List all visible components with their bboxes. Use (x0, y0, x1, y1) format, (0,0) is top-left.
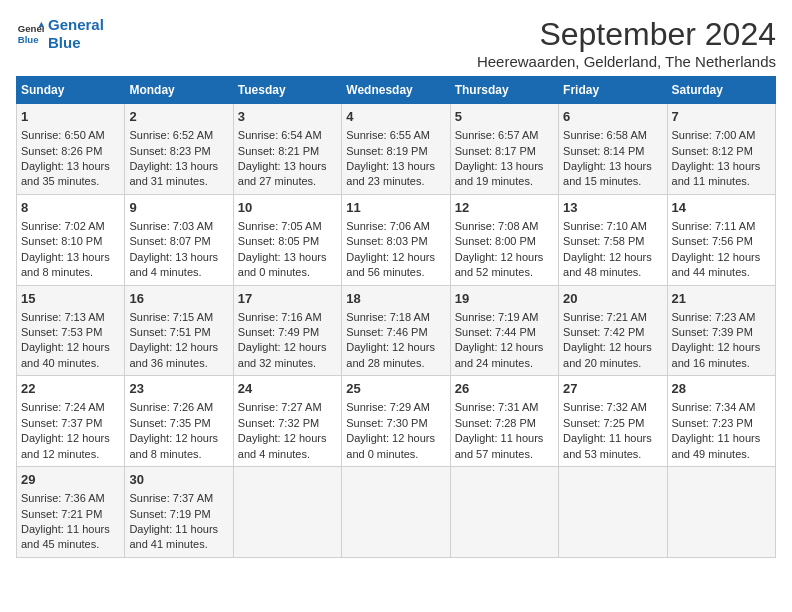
day-info: Sunset: 7:58 PM (563, 234, 662, 249)
day-info: and 45 minutes. (21, 537, 120, 552)
day-info: and 41 minutes. (129, 537, 228, 552)
day-info: Sunset: 8:07 PM (129, 234, 228, 249)
day-info: and 12 minutes. (21, 447, 120, 462)
day-number: 18 (346, 290, 445, 308)
day-info: Sunrise: 7:21 AM (563, 310, 662, 325)
day-info: Sunrise: 6:58 AM (563, 128, 662, 143)
day-info: and 4 minutes. (129, 265, 228, 280)
calendar-week-2: 8Sunrise: 7:02 AMSunset: 8:10 PMDaylight… (17, 194, 776, 285)
day-info: Daylight: 12 hours (238, 431, 337, 446)
day-info: Sunset: 7:21 PM (21, 507, 120, 522)
day-info: Sunset: 7:44 PM (455, 325, 554, 340)
day-number: 16 (129, 290, 228, 308)
calendar-cell: 15Sunrise: 7:13 AMSunset: 7:53 PMDayligh… (17, 285, 125, 376)
calendar-cell: 5Sunrise: 6:57 AMSunset: 8:17 PMDaylight… (450, 104, 558, 195)
day-info: and 19 minutes. (455, 174, 554, 189)
day-info: and 23 minutes. (346, 174, 445, 189)
day-info: and 0 minutes. (346, 447, 445, 462)
calendar-cell: 30Sunrise: 7:37 AMSunset: 7:19 PMDayligh… (125, 467, 233, 558)
day-info: and 52 minutes. (455, 265, 554, 280)
logo: General Blue General Blue (16, 16, 104, 52)
weekday-header-monday: Monday (125, 77, 233, 104)
calendar-cell (233, 467, 341, 558)
calendar-cell: 27Sunrise: 7:32 AMSunset: 7:25 PMDayligh… (559, 376, 667, 467)
calendar-cell (559, 467, 667, 558)
calendar-cell: 29Sunrise: 7:36 AMSunset: 7:21 PMDayligh… (17, 467, 125, 558)
day-info: Sunset: 8:00 PM (455, 234, 554, 249)
day-info: Daylight: 13 hours (129, 159, 228, 174)
logo-line2: Blue (48, 34, 81, 51)
calendar-subtitle: Heerewaarden, Gelderland, The Netherland… (477, 53, 776, 70)
day-info: Sunset: 8:14 PM (563, 144, 662, 159)
day-number: 5 (455, 108, 554, 126)
day-info: Sunset: 8:17 PM (455, 144, 554, 159)
day-number: 19 (455, 290, 554, 308)
calendar-cell: 1Sunrise: 6:50 AMSunset: 8:26 PMDaylight… (17, 104, 125, 195)
day-info: Daylight: 11 hours (21, 522, 120, 537)
weekday-header-saturday: Saturday (667, 77, 775, 104)
day-info: and 28 minutes. (346, 356, 445, 371)
day-info: and 15 minutes. (563, 174, 662, 189)
day-info: Sunrise: 7:27 AM (238, 400, 337, 415)
day-info: and 11 minutes. (672, 174, 771, 189)
calendar-cell: 25Sunrise: 7:29 AMSunset: 7:30 PMDayligh… (342, 376, 450, 467)
day-info: Sunrise: 6:52 AM (129, 128, 228, 143)
day-number: 1 (21, 108, 120, 126)
page-header: General Blue General Blue September 2024… (16, 16, 776, 70)
weekday-header-thursday: Thursday (450, 77, 558, 104)
weekday-header-wednesday: Wednesday (342, 77, 450, 104)
day-info: and 20 minutes. (563, 356, 662, 371)
day-info: Sunset: 8:23 PM (129, 144, 228, 159)
calendar-cell: 21Sunrise: 7:23 AMSunset: 7:39 PMDayligh… (667, 285, 775, 376)
day-info: Sunset: 8:10 PM (21, 234, 120, 249)
day-info: Daylight: 12 hours (129, 340, 228, 355)
day-info: Sunrise: 7:36 AM (21, 491, 120, 506)
day-number: 9 (129, 199, 228, 217)
day-number: 28 (672, 380, 771, 398)
day-info: Sunset: 7:25 PM (563, 416, 662, 431)
title-block: September 2024 Heerewaarden, Gelderland,… (477, 16, 776, 70)
day-info: Daylight: 13 hours (346, 159, 445, 174)
day-number: 6 (563, 108, 662, 126)
day-info: Sunset: 7:35 PM (129, 416, 228, 431)
day-info: Sunset: 7:28 PM (455, 416, 554, 431)
day-info: Sunset: 7:30 PM (346, 416, 445, 431)
day-info: and 27 minutes. (238, 174, 337, 189)
day-info: Daylight: 13 hours (21, 159, 120, 174)
calendar-cell: 26Sunrise: 7:31 AMSunset: 7:28 PMDayligh… (450, 376, 558, 467)
day-info: Daylight: 13 hours (672, 159, 771, 174)
logo-text: General Blue (48, 16, 104, 52)
day-info: Daylight: 12 hours (21, 340, 120, 355)
day-info: Sunrise: 7:34 AM (672, 400, 771, 415)
day-info: Sunrise: 7:13 AM (21, 310, 120, 325)
day-info: Daylight: 12 hours (455, 340, 554, 355)
calendar-cell: 8Sunrise: 7:02 AMSunset: 8:10 PMDaylight… (17, 194, 125, 285)
day-info: Sunrise: 7:11 AM (672, 219, 771, 234)
weekday-header-row: SundayMondayTuesdayWednesdayThursdayFrid… (17, 77, 776, 104)
day-info: and 49 minutes. (672, 447, 771, 462)
calendar-cell: 11Sunrise: 7:06 AMSunset: 8:03 PMDayligh… (342, 194, 450, 285)
day-number: 7 (672, 108, 771, 126)
day-info: Sunset: 8:21 PM (238, 144, 337, 159)
day-number: 14 (672, 199, 771, 217)
day-info: and 57 minutes. (455, 447, 554, 462)
day-info: and 0 minutes. (238, 265, 337, 280)
day-info: Daylight: 13 hours (238, 159, 337, 174)
weekday-header-tuesday: Tuesday (233, 77, 341, 104)
calendar-cell: 23Sunrise: 7:26 AMSunset: 7:35 PMDayligh… (125, 376, 233, 467)
weekday-header-sunday: Sunday (17, 77, 125, 104)
day-info: Sunrise: 7:19 AM (455, 310, 554, 325)
day-info: Sunrise: 7:31 AM (455, 400, 554, 415)
day-info: Daylight: 12 hours (563, 340, 662, 355)
day-info: Sunrise: 7:00 AM (672, 128, 771, 143)
day-info: and 53 minutes. (563, 447, 662, 462)
calendar-table: SundayMondayTuesdayWednesdayThursdayFrid… (16, 76, 776, 558)
day-info: Daylight: 12 hours (129, 431, 228, 446)
calendar-cell: 13Sunrise: 7:10 AMSunset: 7:58 PMDayligh… (559, 194, 667, 285)
day-info: and 8 minutes. (21, 265, 120, 280)
day-info: Daylight: 12 hours (21, 431, 120, 446)
day-info: Daylight: 13 hours (455, 159, 554, 174)
calendar-cell: 12Sunrise: 7:08 AMSunset: 8:00 PMDayligh… (450, 194, 558, 285)
day-info: Sunrise: 7:02 AM (21, 219, 120, 234)
day-number: 12 (455, 199, 554, 217)
